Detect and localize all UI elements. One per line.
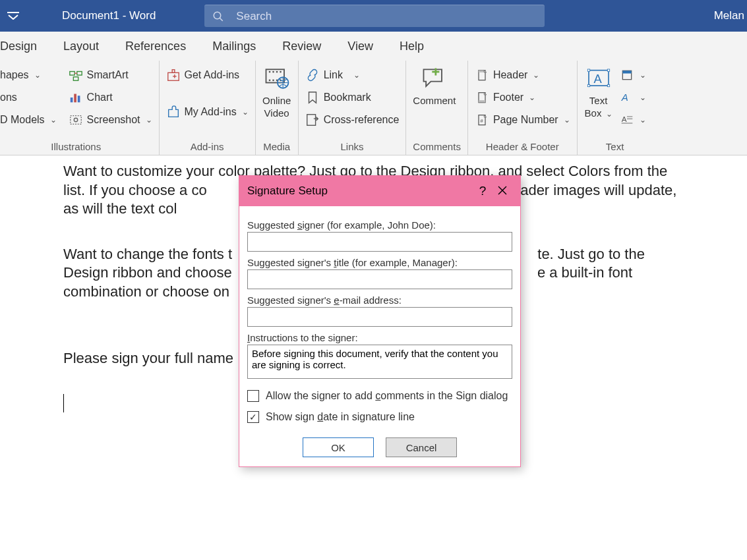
svg-rect-8: [77, 96, 80, 102]
group-label: Text: [584, 141, 646, 155]
qat-chevron-icon: [7, 12, 19, 20]
ok-button[interactable]: OK: [303, 437, 374, 457]
bookmark-icon: [305, 90, 320, 105]
drop-cap-button[interactable]: A⌄: [620, 109, 646, 130]
tab-view[interactable]: View: [347, 40, 373, 53]
cancel-button[interactable]: Cancel: [386, 437, 457, 457]
ribbon: hapes⌄ ons D Models⌄ SmartArt Chart Scre…: [0, 61, 747, 155]
chevron-down-icon: ⌄: [640, 93, 646, 102]
close-button[interactable]: [493, 184, 512, 198]
instructions-input[interactable]: [247, 345, 512, 379]
shapes-button[interactable]: hapes⌄: [0, 65, 57, 86]
page-number-button[interactable]: # Page Number⌄: [475, 109, 570, 130]
wordart-button[interactable]: A⌄: [620, 87, 646, 108]
search-placeholder: Search: [236, 10, 272, 23]
account-name[interactable]: Melan: [714, 9, 747, 22]
svg-rect-6: [70, 98, 73, 102]
help-button[interactable]: ?: [473, 184, 493, 198]
svg-rect-34: [587, 84, 589, 86]
svg-rect-12: [172, 70, 175, 73]
tab-mailings[interactable]: Mailings: [212, 40, 256, 53]
3d-models-button[interactable]: D Models⌄: [0, 109, 57, 130]
svg-rect-0: [7, 12, 19, 13]
chevron-down-icon: ⌄: [606, 109, 613, 119]
signer-email-input[interactable]: [247, 307, 512, 327]
instructions-label: Instructions to the signer:: [247, 332, 512, 343]
chevron-down-icon: ⌄: [640, 70, 646, 80]
my-addins-button[interactable]: My Add-ins⌄: [166, 101, 249, 123]
group-label: Comments: [413, 141, 461, 155]
svg-point-17: [272, 71, 274, 73]
qat-dropdown[interactable]: [0, 12, 26, 20]
addins-icon: [166, 105, 181, 119]
online-video-button[interactable]: Online Video: [262, 65, 291, 119]
group-label: Links: [305, 141, 400, 155]
online-video-icon: [262, 65, 291, 94]
svg-rect-7: [74, 94, 76, 103]
dialog-title: Signature Setup: [247, 184, 328, 198]
textbox-icon: A: [584, 65, 613, 94]
allow-comments-checkbox[interactable]: Allow the signer to add comments in the …: [247, 390, 512, 402]
comment-button[interactable]: Comment: [413, 65, 456, 106]
svg-rect-3: [69, 72, 74, 76]
document-title: Document1 - Word: [62, 9, 156, 22]
search-icon: [212, 11, 224, 22]
checkbox-icon: [247, 390, 259, 402]
show-date-checkbox[interactable]: ✓ Show sign date in signature line: [247, 411, 512, 423]
chevron-down-icon: ⌄: [533, 70, 539, 80]
chevron-down-icon: ⌄: [50, 115, 57, 125]
text-box-button[interactable]: A Text Box ⌄: [584, 65, 613, 130]
svg-point-16: [268, 71, 270, 73]
svg-rect-4: [76, 72, 81, 76]
search-box[interactable]: Search: [204, 5, 545, 27]
tab-design[interactable]: Design: [0, 40, 37, 53]
chevron-down-icon: ⌄: [146, 115, 152, 125]
svg-rect-9: [70, 116, 81, 125]
group-links: Link⌄ Bookmark Cross-reference Links: [299, 61, 407, 155]
link-icon: [305, 68, 320, 82]
crossref-icon: [305, 113, 320, 127]
tab-review[interactable]: Review: [282, 40, 321, 53]
get-addins-button[interactable]: Get Add-ins: [166, 65, 249, 86]
quick-parts-button[interactable]: ⌄: [620, 65, 646, 86]
dialog-titlebar[interactable]: Signature Setup ?: [239, 176, 520, 206]
chevron-down-icon: ⌄: [242, 107, 249, 117]
signature-setup-dialog: Signature Setup ? Suggested signer (for …: [239, 175, 521, 467]
smartart-button[interactable]: SmartArt: [69, 65, 152, 86]
group-comments: Comment Comments: [406, 61, 468, 155]
store-icon: [166, 68, 181, 82]
tab-references[interactable]: References: [125, 40, 186, 53]
chevron-down-icon: ⌄: [640, 115, 646, 125]
close-icon: [498, 186, 507, 195]
signer-email-label: Suggested signer's e-mail address:: [247, 294, 512, 306]
svg-point-19: [280, 71, 282, 73]
signer-input[interactable]: [247, 232, 512, 252]
svg-line-2: [220, 18, 224, 21]
dropcap-icon: A: [620, 113, 634, 127]
link-button[interactable]: Link⌄: [305, 65, 400, 86]
cross-reference-button[interactable]: Cross-reference: [305, 109, 400, 130]
header-button[interactable]: Header⌄: [475, 65, 570, 86]
group-header-footer: Header⌄ Footer⌄ # Page Number⌄ Header & …: [468, 61, 578, 155]
group-media: Online Video Media: [256, 61, 299, 155]
group-label: Media: [262, 141, 291, 155]
group-text: A Text Box ⌄ ⌄ A⌄ A⌄ Text: [578, 61, 653, 155]
signer-title-input[interactable]: [247, 269, 512, 289]
icons-button[interactable]: ons: [0, 87, 57, 108]
group-label: Add-ins: [166, 141, 249, 155]
tab-layout[interactable]: Layout: [63, 40, 99, 53]
chart-button[interactable]: Chart: [69, 87, 152, 108]
ribbon-tabs: Design Layout References Mailings Review…: [0, 32, 747, 61]
footer-button[interactable]: Footer⌄: [475, 87, 570, 108]
screenshot-icon: [69, 113, 83, 127]
checkbox-checked-icon: ✓: [247, 411, 259, 423]
bookmark-button[interactable]: Bookmark: [305, 87, 400, 108]
smartart-icon: [69, 68, 83, 82]
svg-rect-29: [479, 100, 485, 102]
wordart-icon: A: [620, 90, 634, 105]
svg-text:A: A: [621, 115, 626, 123]
group-illustrations: hapes⌄ ons D Models⌄ SmartArt Chart Scre…: [0, 61, 160, 155]
chart-icon: [69, 90, 83, 105]
screenshot-button[interactable]: Screenshot⌄: [69, 109, 152, 130]
tab-help[interactable]: Help: [400, 40, 424, 53]
